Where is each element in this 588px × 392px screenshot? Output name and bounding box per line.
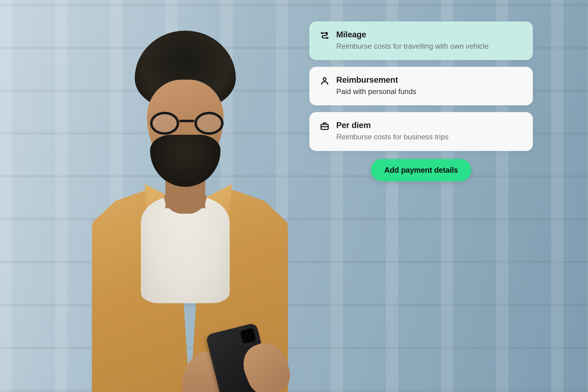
option-per-diem[interactable]: Per diem Reimburse costs for business tr… <box>309 112 533 151</box>
option-description: Reimburse costs for business trips <box>336 132 449 141</box>
option-title: Mileage <box>336 30 489 40</box>
briefcase-icon <box>320 121 330 131</box>
option-reimbursement[interactable]: Reimbursement Paid with personal funds <box>309 67 533 105</box>
add-payment-details-button[interactable]: Add payment details <box>371 159 472 181</box>
svg-point-2 <box>323 78 326 81</box>
expense-type-options: Mileage Reimburse costs for travelling w… <box>309 21 533 181</box>
option-description: Reimburse costs for travelling with own … <box>336 41 489 51</box>
option-title: Reimbursement <box>336 75 417 85</box>
route-icon <box>320 31 330 40</box>
person-icon <box>320 76 330 86</box>
option-title: Per diem <box>336 121 449 130</box>
option-description: Paid with personal funds <box>336 87 417 96</box>
option-mileage[interactable]: Mileage Reimburse costs for travelling w… <box>309 21 533 60</box>
person-illustration <box>55 18 294 392</box>
